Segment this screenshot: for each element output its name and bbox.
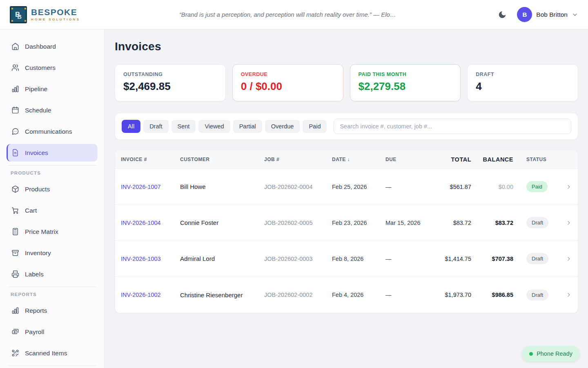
filter-chip-all[interactable]: All <box>122 120 140 133</box>
chat-icon <box>11 128 19 135</box>
user-menu[interactable]: B Bob Britton <box>517 7 578 22</box>
main-content: Invoices OUTSTANDING $2,469.85 OVERDUE 0… <box>105 29 588 368</box>
col-header-invoice[interactable]: INVOICE # <box>121 157 180 162</box>
invoice-number-link[interactable]: INV-2026-1002 <box>121 292 180 298</box>
sidebar-section-products: PRODUCTS <box>11 171 94 175</box>
invoice-balance: $986.85 <box>471 292 513 298</box>
moon-icon <box>498 10 507 19</box>
sidebar-item-customers[interactable]: Customers <box>7 59 98 76</box>
sidebar-item-label: Products <box>25 186 50 193</box>
col-header-date-sorted[interactable]: DATE ↓ <box>332 157 385 162</box>
avatar: B <box>517 7 532 22</box>
sidebar-item-inventory[interactable]: Inventory <box>7 244 98 262</box>
sidebar-item-label: Reports <box>25 307 47 314</box>
invoice-number-link[interactable]: INV-2026-1007 <box>121 184 180 190</box>
filter-chip-draft[interactable]: Draft <box>143 120 168 133</box>
filter-bar: All Draft Sent Viewed Partial Overdue Pa… <box>115 113 578 140</box>
due-date: — <box>385 292 430 298</box>
invoice-total: $561.87 <box>430 184 471 190</box>
due-date: — <box>385 256 430 262</box>
sidebar-item-schedule[interactable]: Schedule <box>7 101 98 119</box>
stat-card-overdue: OVERDUE 0 / $0.00 <box>232 64 343 101</box>
job-number: JOB-202602-0003 <box>264 256 332 262</box>
sidebar-divider <box>7 287 97 287</box>
sidebar-item-price-matrix[interactable]: Price Matrix <box>7 223 98 240</box>
filter-chip-viewed[interactable]: Viewed <box>198 120 230 133</box>
phone-ready-label: Phone Ready <box>537 350 572 357</box>
filter-chip-overdue[interactable]: Overdue <box>265 120 300 133</box>
sidebar-item-label: Cart <box>25 207 37 214</box>
sidebar-item-labels[interactable]: Labels <box>7 265 98 283</box>
sidebar-item-pipeline[interactable]: Pipeline <box>7 80 98 98</box>
status-badge: Paid <box>526 181 548 192</box>
stat-label: PAID THIS MONTH <box>359 72 452 77</box>
status-badge: Draft <box>526 217 548 228</box>
filter-chip-partial[interactable]: Partial <box>233 120 262 133</box>
stat-card-paid-this-month: PAID THIS MONTH $2,279.58 <box>350 64 461 101</box>
sidebar-item-label: Invoices <box>25 149 48 157</box>
invoice-row[interactable]: INV-2026-1007 Bill Howe JOB-202602-0004 … <box>115 169 578 205</box>
search-input[interactable] <box>334 119 571 134</box>
sidebar-item-dashboard[interactable]: Dashboard <box>7 38 98 55</box>
invoice-row[interactable]: INV-2026-1002 Christine Riesenberger JOB… <box>115 277 578 313</box>
chevron-right-icon[interactable] <box>561 220 572 226</box>
col-header-status[interactable]: STATUS <box>513 157 561 162</box>
invoice-document-icon <box>11 149 19 157</box>
invoice-total: $1,414.75 <box>430 256 471 262</box>
sidebar-item-payroll[interactable]: Payroll <box>7 323 98 341</box>
package-icon <box>11 185 19 193</box>
invoice-row[interactable]: INV-2026-1004 Connie Foster JOB-202602-0… <box>115 205 578 241</box>
sidebar-item-products[interactable]: Products <box>7 180 98 198</box>
col-header-job[interactable]: JOB # <box>264 157 332 162</box>
brand-logo[interactable]: B B BESPOKE HOME SOLUTIONS <box>10 6 80 23</box>
table-header-row: INVOICE # CUSTOMER JOB # DATE ↓ DUE TOTA… <box>115 150 578 169</box>
archive-box-icon <box>11 249 19 257</box>
phone-ready-status[interactable]: Phone Ready <box>522 346 580 361</box>
sidebar-section-reports: REPORTS <box>11 292 94 297</box>
sidebar-item-label: Customers <box>25 64 56 72</box>
customer-name: Connie Foster <box>180 219 264 226</box>
stat-card-outstanding: OUTSTANDING $2,469.85 <box>115 64 226 101</box>
sidebar-item-label: Pipeline <box>25 85 47 93</box>
job-number: JOB-202602-0002 <box>264 292 332 298</box>
stat-cards: OUTSTANDING $2,469.85 OVERDUE 0 / $0.00 … <box>115 64 578 101</box>
sidebar-item-label: Inventory <box>25 249 51 257</box>
filter-chip-paid[interactable]: Paid <box>303 120 327 133</box>
stat-value: $2,469.85 <box>123 80 217 93</box>
sidebar-divider <box>7 165 97 166</box>
col-header-total[interactable]: TOTAL <box>430 156 471 163</box>
stat-value: 4 <box>476 80 570 93</box>
sidebar-item-scanned-items[interactable]: Scanned Items <box>7 344 98 362</box>
page-title: Invoices <box>115 40 578 53</box>
sidebar-item-invoices[interactable]: Invoices <box>7 144 98 162</box>
sidebar-item-communications[interactable]: Communications <box>7 123 98 140</box>
sidebar-item-reports[interactable]: Reports <box>7 302 98 319</box>
status-badge: Draft <box>526 253 548 264</box>
sidebar: Dashboard Customers Pipeline Schedule Co… <box>0 29 105 368</box>
invoice-date: Feb 4, 2026 <box>332 292 385 298</box>
job-number: JOB-202602-0005 <box>264 220 332 226</box>
col-header-balance[interactable]: BALANCE <box>471 156 513 163</box>
chevron-right-icon[interactable] <box>561 256 572 262</box>
stat-label: OUTSTANDING <box>123 72 217 77</box>
col-header-due[interactable]: DUE <box>385 157 430 162</box>
chevron-right-icon[interactable] <box>561 292 572 298</box>
qr-code-icon <box>11 349 19 357</box>
invoice-row[interactable]: INV-2026-1003 Admiral Lord JOB-202602-00… <box>115 241 578 277</box>
col-header-customer[interactable]: CUSTOMER <box>180 157 264 162</box>
home-icon <box>11 43 19 50</box>
chevron-right-icon[interactable] <box>561 184 572 190</box>
invoice-number-link[interactable]: INV-2026-1003 <box>121 256 180 262</box>
invoice-balance: $83.72 <box>471 220 513 226</box>
sidebar-item-cart[interactable]: Cart <box>7 202 98 219</box>
stat-value: 0 / $0.00 <box>241 80 335 93</box>
sidebar-item-label: Price Matrix <box>25 228 58 236</box>
due-date: Mar 15, 2026 <box>385 220 430 226</box>
bar-chart-icon <box>11 307 19 314</box>
customer-name: Christine Riesenberger <box>180 292 264 298</box>
phone-status-dot <box>529 352 533 356</box>
invoice-number-link[interactable]: INV-2026-1004 <box>121 220 180 226</box>
dark-mode-toggle[interactable] <box>495 7 510 22</box>
filter-chip-sent[interactable]: Sent <box>172 120 196 133</box>
invoice-total: $83.72 <box>430 220 471 226</box>
